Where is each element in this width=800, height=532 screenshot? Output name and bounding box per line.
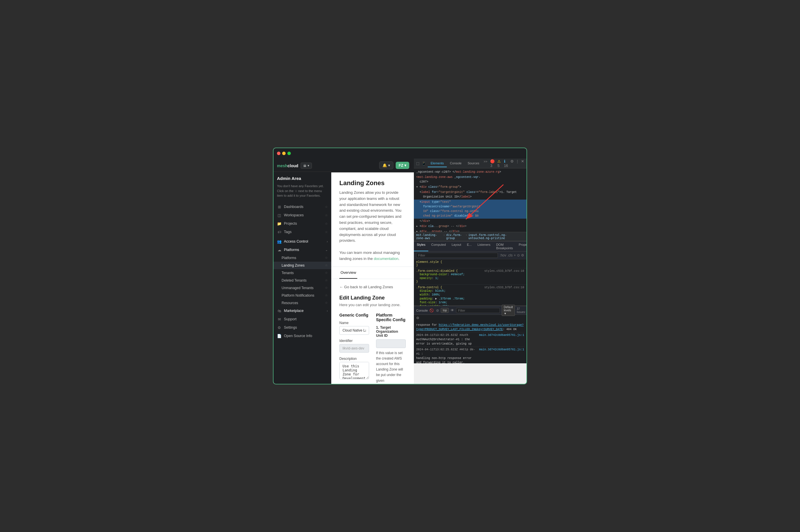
sidebar-item-unmanaged-tenants[interactable]: Unmanaged Tenants ☆ xyxy=(273,284,331,292)
sidebar-item-settings[interactable]: ⚙ Settings xyxy=(273,323,331,332)
console-clear-icon[interactable]: 🚫 xyxy=(430,308,434,312)
styles-tab-event-listeners[interactable]: E... xyxy=(464,242,475,251)
console-message: response for https://federation.demo.mes… xyxy=(416,323,524,331)
favorite-star[interactable]: ☆ xyxy=(325,271,328,275)
favorite-star[interactable]: ☆ xyxy=(325,230,328,234)
identifier-input[interactable] xyxy=(339,344,369,353)
sidebar-item-landing-zones[interactable]: Landing Zones ☆ xyxy=(273,262,331,269)
sidebar-sub-label: Deleted Tenants xyxy=(282,279,307,283)
close-button[interactable] xyxy=(277,152,281,155)
favorite-star[interactable]: ☆ xyxy=(325,222,328,226)
user-avatar-button[interactable]: FZ ▾ xyxy=(396,162,409,169)
styles-tab-styles[interactable]: Styles xyxy=(414,242,428,251)
breadcrumb-sep: › xyxy=(465,233,467,240)
section1-input[interactable] xyxy=(376,339,406,348)
favorite-star[interactable]: ☆ xyxy=(325,301,328,305)
html-line[interactable]: <mst-landing-zone-aws _ngcontent-vqr- c2… xyxy=(414,175,527,185)
html-line[interactable]: </div> xyxy=(414,218,527,224)
edit-section-title: Edit Landing Zone xyxy=(339,295,406,301)
section1-desc: If this value is set the created AWS acc… xyxy=(376,350,406,384)
sidebar-item-platforms-header[interactable]: ☁ Platforms ⌄ xyxy=(273,246,331,254)
sidebar-item-projects[interactable]: 📁 Projects ☆ xyxy=(273,220,331,228)
favorite-star[interactable]: ☆ xyxy=(325,205,328,209)
html-line[interactable]: <label for="targetOrgUnit" class=="form-… xyxy=(414,190,527,200)
sidebar-item-resources[interactable]: Resources ☆ xyxy=(273,299,331,307)
devtools-panel: ⬚ 📱 Elements Console Sources >> 🔴 3 xyxy=(414,158,527,384)
sidebar-item-platforms[interactable]: Platforms ☆ xyxy=(273,254,331,262)
settings2-icon[interactable]: ⚙ xyxy=(521,253,524,257)
toggle-icon[interactable]: ⊙ xyxy=(517,253,520,257)
cls-filter[interactable]: .cls xyxy=(508,253,513,257)
favorite-star[interactable]: ☆ xyxy=(325,279,328,282)
sidebar-item-open-source-info[interactable]: 📄 Open Source Info xyxy=(273,332,331,340)
sidebar-item-label: Marketplace xyxy=(284,309,304,313)
close-devtools-icon[interactable]: ✕ xyxy=(521,159,524,168)
console-gear[interactable]: ⚙ xyxy=(414,315,527,321)
description-textarea[interactable]: Use this Landing Zone for Development Wo… xyxy=(339,362,369,379)
devtools-more-tabs[interactable]: >> xyxy=(482,160,489,167)
device-icon[interactable]: 📱 xyxy=(422,162,426,166)
documentation-link[interactable]: documentation xyxy=(374,256,398,261)
devtools-tab-sources[interactable]: Sources xyxy=(465,160,482,167)
sidebar-item-tags[interactable]: 🏷 Tags ☆ xyxy=(273,228,331,236)
devtools-tab-console[interactable]: Console xyxy=(447,160,464,167)
html-line: _ngcontent-vqr-c207> </mst-landing-zone-… xyxy=(414,170,527,175)
favorite-star[interactable]: ☆ xyxy=(325,213,328,217)
sidebar-item-tenants[interactable]: Tenants ☆ xyxy=(273,269,331,277)
console-toolbar: Console 🚫 ⊘ top 👁 Default levels ▼ 37 Is… xyxy=(414,306,527,315)
console-link[interactable]: https://federation.demo.meshcloud.io/use… xyxy=(416,323,523,331)
tab-overview[interactable]: Overview xyxy=(339,267,357,279)
html-line[interactable]: ▾ <div class="form-group"> xyxy=(414,185,527,190)
breadcrumb-item[interactable]: mst-landing-zone-aws xyxy=(416,233,442,240)
console-source: main.3d742c8d6ae05761.js:1 xyxy=(479,347,524,363)
breadcrumb-item[interactable]: div.form-group xyxy=(446,233,464,240)
styles-filter-input[interactable] xyxy=(416,253,498,258)
more-options-icon[interactable]: ⋮ xyxy=(516,159,519,168)
name-input[interactable] xyxy=(339,326,369,335)
favorite-star[interactable]: ☆ xyxy=(325,263,328,267)
notifications-dropdown-icon: ▾ xyxy=(388,163,390,168)
sidebar-item-dashboards[interactable]: ⊞ Dashboards ☆ xyxy=(273,203,331,211)
console-levels[interactable]: Default levels ▼ xyxy=(502,305,515,316)
add-style-icon[interactable]: + xyxy=(514,253,516,257)
warnings-badge: ⚠ 5 xyxy=(497,159,502,168)
styles-tab-dom-breakpoints2[interactable]: DOM Breakpoints xyxy=(493,242,516,251)
generic-config-title: Generic Config xyxy=(339,313,369,318)
styles-tab-layout[interactable]: Layout xyxy=(449,242,464,251)
sidebar-item-marketplace[interactable]: 🛍 Marketplace › xyxy=(273,307,331,315)
sidebar-item-platform-notifications[interactable]: Platform Notifications ☆ xyxy=(273,292,331,299)
issues-label: 37 Issues: xyxy=(517,307,526,314)
sidebar-item-access-control[interactable]: 👥 Access Control › xyxy=(273,238,331,246)
html-line[interactable]: ▸ <div cla...group> -- </div> xyxy=(414,224,527,229)
html-line-selected[interactable]: <input type="text" formcontrolname="awsT… xyxy=(414,200,527,218)
console-top-button[interactable]: top xyxy=(441,308,449,313)
identifier-label: Identifier xyxy=(339,339,369,343)
notifications-button[interactable]: 🔔 ▾ xyxy=(379,162,393,169)
styles-tab-computed[interactable]: Computed xyxy=(428,242,449,251)
devtools-tab-elements[interactable]: Elements xyxy=(428,160,447,167)
favorite-star[interactable]: ☆ xyxy=(325,256,328,260)
maximize-button[interactable] xyxy=(287,152,291,155)
favorite-star[interactable]: ☆ xyxy=(325,293,328,297)
eye-icon[interactable]: 👁 xyxy=(451,308,454,312)
content-body: ← Go back to all Landing Zones Edit Land… xyxy=(331,279,414,384)
org-selector[interactable]: 🏛 ▾ xyxy=(301,163,312,169)
console-line: response for https://federation.demo.mes… xyxy=(416,322,524,332)
console-filter-icon[interactable]: ⊘ xyxy=(436,308,439,312)
console-line: 2024-04-11T13:02:25.623Z #Http de-#1 : h… xyxy=(416,347,524,363)
html-line[interactable]: ▸ <div...group> -- </div> xyxy=(414,229,527,232)
sidebar-item-support[interactable]: ✉ Support xyxy=(273,315,331,323)
sidebar-item-workspaces[interactable]: ◫ Workspaces ☆ xyxy=(273,211,331,220)
console-filter-input[interactable] xyxy=(456,308,500,313)
pseudo-filter[interactable]: :hov xyxy=(500,253,506,257)
favorite-star[interactable]: ☆ xyxy=(325,286,328,290)
styles-tab-properties[interactable]: Properties xyxy=(516,242,527,251)
back-link[interactable]: ← Go back to all Landing Zones xyxy=(339,285,406,289)
inspect-icon[interactable]: ⬚ xyxy=(416,162,419,166)
settings-icon[interactable]: ⚙ xyxy=(510,159,514,168)
styles-tab-dom-breakpoints[interactable]: Listeners xyxy=(475,242,493,251)
dashboards-icon: ⊞ xyxy=(277,205,282,209)
minimize-button[interactable] xyxy=(282,152,286,155)
sidebar-item-deleted-tenants[interactable]: Deleted Tenants ☆ xyxy=(273,277,331,284)
breadcrumb-item[interactable]: input.form-control.ng-untouched.ng-prist… xyxy=(469,233,524,240)
